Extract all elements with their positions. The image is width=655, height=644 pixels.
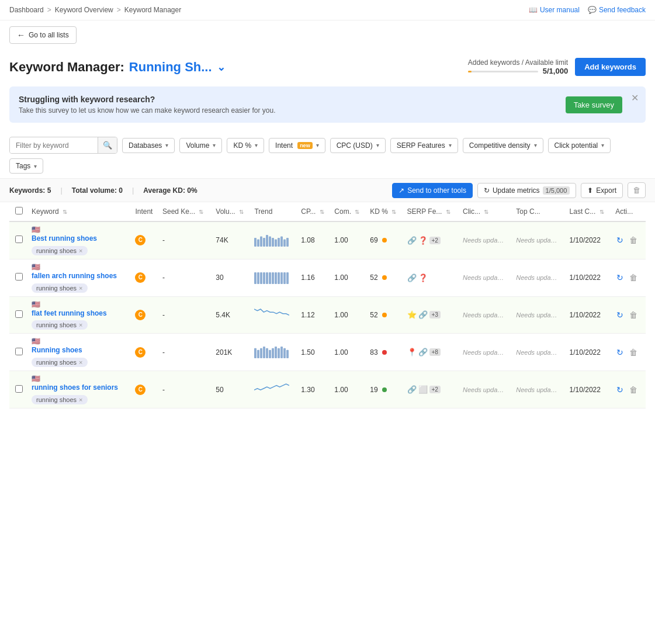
keyword-link[interactable]: running shoes for seniors	[32, 383, 128, 393]
svg-rect-2	[260, 236, 262, 247]
keyword-link[interactable]: Running shoes	[32, 345, 128, 355]
top-c-col-header: Top C...	[512, 202, 566, 221]
serp-cell: 🔗❓	[404, 259, 459, 296]
refresh-row-button[interactable]: ↻	[615, 234, 625, 246]
refresh-row-button[interactable]: ↻	[615, 347, 625, 358]
refresh-row-button[interactable]: ↻	[615, 384, 625, 396]
com-cell: 1.00	[331, 334, 366, 371]
tag-close-icon[interactable]: ×	[79, 247, 82, 254]
row-checkbox[interactable]	[15, 310, 23, 318]
total-volume-stat: Total volume: 0	[72, 186, 123, 195]
row-checkbox-cell[interactable]	[9, 296, 28, 334]
serp-icon: 🔗	[407, 385, 417, 394]
breadcrumb-keyword-overview[interactable]: Keyword Overview	[55, 6, 113, 14]
chevron-down-icon: ▾	[601, 142, 604, 148]
select-all-header[interactable]	[9, 202, 28, 221]
serp-icon: ⬜	[418, 385, 428, 394]
delete-row-button[interactable]: 🗑	[628, 272, 639, 283]
go-back-button[interactable]: ← Go to all lists	[9, 26, 77, 44]
click-potential-filter[interactable]: Click potential ▾	[548, 138, 611, 153]
export-button[interactable]: ⬆ Export	[581, 183, 623, 198]
keyword-link[interactable]: Best running shoes	[32, 234, 128, 244]
flag-icon: 🇺🇸	[32, 300, 40, 309]
send-feedback-link[interactable]: 💬 Send feedback	[588, 6, 646, 14]
trend-chart	[254, 270, 289, 284]
seed-kw-cell: -	[159, 259, 212, 296]
cpc-filter[interactable]: CPC (USD) ▾	[330, 138, 386, 153]
seed-kw-col-header: Seed Ke... ⇅	[159, 202, 212, 221]
trend-cell	[251, 296, 297, 334]
serp-icons-group: 🔗❓	[407, 273, 456, 282]
search-icon[interactable]: 🔍	[98, 137, 117, 153]
cpc-cell: 1.16	[297, 259, 331, 296]
take-survey-button[interactable]: Take survey	[566, 96, 622, 113]
tag-close-icon[interactable]: ×	[79, 285, 82, 292]
chevron-down-icon[interactable]: ⌄	[217, 61, 226, 74]
kd-filter[interactable]: KD % ▾	[227, 138, 264, 153]
stats-actions: ↗ Send to other tools ↻ Update metrics 1…	[392, 182, 646, 198]
svg-rect-15	[263, 272, 265, 284]
row-checkbox-cell[interactable]	[9, 221, 28, 259]
volume-filter[interactable]: Volume ▾	[179, 138, 222, 153]
search-input[interactable]	[10, 138, 98, 153]
competitive-density-filter[interactable]: Competitive density ▾	[463, 138, 543, 153]
serp-cell: ⭐🔗+3	[404, 296, 459, 334]
tags-filter[interactable]: Tags ▾	[9, 158, 43, 174]
serp-plus-badge: +3	[429, 311, 441, 318]
row-checkbox-cell[interactable]	[9, 371, 28, 408]
row-actions: ↻ 🗑	[615, 384, 642, 396]
com-cell: 1.00	[331, 296, 366, 334]
flag-icon: 🇺🇸	[32, 375, 40, 383]
row-checkbox[interactable]	[15, 348, 23, 355]
tag-close-icon[interactable]: ×	[79, 359, 82, 366]
serp-cell: 🔗❓+2	[404, 221, 459, 259]
svg-rect-0	[254, 238, 257, 247]
tag-close-icon[interactable]: ×	[79, 321, 82, 328]
tag-close-icon[interactable]: ×	[79, 396, 82, 403]
serp-features-filter[interactable]: SERP Features ▾	[390, 138, 458, 153]
actions-cell: ↻ 🗑	[612, 371, 646, 408]
delete-row-button[interactable]: 🗑	[628, 347, 639, 358]
breadcrumb-dashboard[interactable]: Dashboard	[9, 6, 44, 14]
trend-chart	[254, 307, 289, 321]
top-c-cell: Needs upda…	[512, 296, 566, 334]
chevron-down-icon: ▾	[534, 142, 537, 148]
user-manual-link[interactable]: 📖 User manual	[529, 6, 580, 14]
keyword-link[interactable]: flat feet running shoes	[32, 309, 128, 318]
row-checkbox-cell[interactable]	[9, 334, 28, 371]
kd-dot	[382, 350, 387, 355]
refresh-row-button[interactable]: ↻	[615, 309, 625, 321]
databases-filter[interactable]: Databases ▾	[122, 138, 175, 153]
serp-icons-group: 📍🔗+8	[407, 348, 456, 356]
refresh-row-button[interactable]: ↻	[615, 272, 625, 283]
table-header-row: Keyword ⇅ Intent Seed Ke... ⇅ Volu... ⇅ …	[9, 202, 646, 221]
book-icon: 📖	[529, 6, 538, 14]
keyword-link[interactable]: fallen arch running shoes	[32, 271, 128, 281]
delete-row-button[interactable]: 🗑	[628, 309, 639, 321]
delete-row-button[interactable]: 🗑	[628, 384, 639, 396]
select-all-checkbox[interactable]	[15, 207, 23, 214]
click-potential-cell: Needs upda…	[459, 259, 512, 296]
row-checkbox[interactable]	[15, 385, 23, 393]
row-checkbox[interactable]	[15, 273, 23, 281]
close-banner-button[interactable]: ✕	[631, 92, 639, 103]
seed-kw-cell: -	[159, 334, 212, 371]
svg-rect-29	[269, 350, 271, 358]
update-metrics-button[interactable]: ↻ Update metrics 1/5,000	[477, 183, 576, 198]
breadcrumb-keyword-manager: Keyword Manager	[124, 6, 181, 14]
top-c-value: Needs upda…	[516, 237, 557, 244]
row-checkbox[interactable]	[15, 236, 23, 243]
flag-icon: 🇺🇸	[32, 226, 40, 234]
chevron-down-icon: ▾	[376, 142, 379, 148]
add-keywords-button[interactable]: Add keywords	[575, 58, 646, 76]
limit-progress-bar	[468, 71, 538, 72]
delete-row-button[interactable]: 🗑	[628, 234, 639, 246]
delete-button[interactable]: 🗑	[628, 182, 646, 198]
trend-cell	[251, 371, 297, 408]
intent-filter[interactable]: Intent new ▾	[269, 138, 325, 153]
row-checkbox-cell[interactable]	[9, 259, 28, 296]
send-to-tools-button[interactable]: ↗ Send to other tools	[392, 183, 473, 198]
page-title: Keyword Manager: Running Sh... ⌄	[9, 60, 226, 75]
send-icon: ↗	[398, 186, 404, 195]
intent-badge: C	[135, 235, 145, 245]
